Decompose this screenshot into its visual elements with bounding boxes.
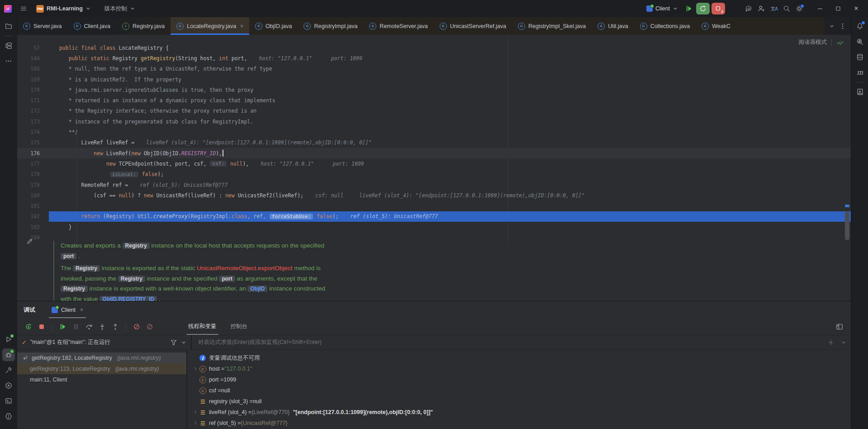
line-number[interactable]: 168	[17, 66, 49, 72]
tab-close-icon[interactable]: ×	[240, 23, 243, 29]
code-line-content[interactable]: LiveRef liveRef =liveRef (slot_4): "[end…	[49, 138, 851, 148]
tab-server-java[interactable]: CServer.java	[17, 17, 68, 35]
code-line-content[interactable]: * instance of the pregenerated stub clas…	[49, 116, 851, 127]
tab-locateregistry-java[interactable]: CLocateRegistry.java×	[171, 17, 249, 35]
code-line-content[interactable]: isLocal: false);	[49, 169, 851, 180]
code-line-180[interactable]: 180 (csf == null) ? new UnicastRef(liveR…	[17, 190, 851, 200]
inspections-ok-icon[interactable]	[836, 39, 844, 46]
project-widget[interactable]: RM RMI-Learning	[33, 3, 95, 14]
line-number[interactable]: 174	[17, 129, 49, 135]
code-line-content[interactable]: return (Registry) Util.createProxy(Regis…	[49, 211, 851, 222]
code-line-content[interactable]: (csf == null) ? new UnicastRef(liveRef) …	[49, 190, 851, 200]
code-line-content[interactable]: public final class LocateRegistry {	[49, 43, 851, 53]
view-breakpoints-button[interactable]	[144, 321, 156, 333]
stop-button[interactable]: 2	[711, 3, 725, 14]
tool-stripe-ai-assistant-button[interactable]	[854, 35, 866, 48]
variable-row-csf[interactable]: pcsf = null	[192, 385, 851, 396]
code-line-169[interactable]: 169 * is a UnicastRef2. If the property	[17, 74, 851, 85]
thread-chevron-down-icon[interactable]	[181, 340, 186, 345]
tool-stripe-terminal-button[interactable]	[2, 395, 15, 407]
code-line-173[interactable]: 173 * instance of the pregenerated stub …	[17, 116, 851, 127]
reader-mode-widget[interactable]: 阅读器模式	[799, 38, 844, 46]
variable-row-port[interactable]: pport = 1099	[192, 374, 851, 385]
add-watch-icon[interactable]	[827, 339, 835, 346]
javadoc-link[interactable]: ObjID	[247, 286, 267, 292]
code-line-content[interactable]: * java.rmi.server.ignoreStubClasses is t…	[49, 85, 851, 95]
tab-collections-java[interactable]: CCollections.java	[634, 17, 696, 35]
resume-program-button[interactable]	[683, 3, 695, 14]
tabs-more-icon[interactable]	[839, 23, 846, 30]
code-line-content[interactable]	[49, 200, 851, 211]
code-line-content[interactable]: * is a UnicastRef2. If the property	[49, 74, 851, 85]
line-number[interactable]: 180	[17, 192, 49, 199]
frame-row-0[interactable]: getRegistry:182, LocateRegistry(java.rmi…	[17, 353, 186, 363]
watch-chevron-down-icon[interactable]	[841, 340, 846, 345]
pause-button[interactable]	[70, 321, 82, 333]
frame-row-1[interactable]: getRegistry:123, LocateRegistry(java.rmi…	[17, 363, 186, 374]
code-line-content[interactable]: RemoteRef ref =ref (slot_5): UnicastRef@…	[49, 180, 851, 190]
tabs-chevron-down-icon[interactable]	[829, 24, 835, 29]
tab-util-java[interactable]: CUtil.java	[592, 17, 634, 35]
step-out-button[interactable]	[109, 321, 121, 333]
code-line-182[interactable]: 182 return (Registry) Util.createProxy(R…	[17, 211, 851, 222]
frame-row-2[interactable]: main:11, Client	[17, 374, 186, 385]
search-button[interactable]	[780, 3, 793, 14]
line-number[interactable]: 182	[17, 213, 49, 219]
code-line-175[interactable]: 175 LiveRef liveRef =liveRef (slot_4): "…	[17, 138, 851, 148]
line-number[interactable]: 171	[17, 97, 49, 104]
javadoc-link[interactable]: ObjID.REGISTRY_ID	[100, 296, 157, 301]
edit-javadoc-pencil-icon[interactable]	[26, 238, 33, 245]
filter-funnel-icon[interactable]	[170, 339, 177, 346]
line-number[interactable]: 181	[17, 203, 49, 209]
code-line-content[interactable]: }	[49, 222, 851, 232]
settings-button[interactable]	[793, 3, 806, 14]
run-configuration-widget[interactable]: Client	[643, 3, 682, 14]
code-line-content[interactable]: new LiveRef(new ObjID(ObjID.REGISTRY_ID)…	[49, 148, 851, 158]
code-line-content[interactable]: * the Registry interface; otherwise the …	[49, 106, 851, 116]
variable-row-liveRef[interactable]: liveRef (slot_4) = {LiveRef@770}"[endpoi…	[192, 407, 851, 418]
mute-breakpoints-button[interactable]	[131, 321, 142, 333]
tool-stripe-documentation-button[interactable]	[854, 86, 866, 98]
session-close-icon[interactable]: ×	[80, 307, 83, 313]
evaluate-expression-field[interactable]: 对表达式求值(Enter)或添加监视(Ctrl+Shift+Enter)	[192, 335, 851, 349]
variable-row-ref[interactable]: ref (slot_5) = {UnicastRef@777}	[192, 418, 851, 429]
tool-stripe-run-button[interactable]	[2, 333, 15, 346]
line-number[interactable]: 179	[17, 182, 49, 188]
code-line-183[interactable]: 183 }	[17, 222, 851, 232]
code-line-57[interactable]: 57 public final class LocateRegistry {	[17, 43, 851, 53]
variable-row-registry[interactable]: registry (slot_3) = null	[192, 396, 851, 407]
tool-stripe-services-button[interactable]	[2, 379, 15, 392]
line-number[interactable]: 175	[17, 139, 49, 146]
ai-chat-button[interactable]	[742, 3, 755, 14]
line-number[interactable]: 170	[17, 87, 49, 93]
tab-client-java[interactable]: CClient.java	[68, 17, 116, 35]
expand-chevron-icon[interactable]	[192, 367, 199, 371]
debug-info-row[interactable]: i变量调试信息不可用	[192, 353, 851, 363]
tool-stripe-more-tools-button[interactable]	[2, 55, 15, 67]
more-vertical-button[interactable]	[157, 321, 169, 333]
code-line-content[interactable]: **/	[49, 127, 851, 137]
line-number[interactable]: 144	[17, 55, 49, 62]
code-line-179[interactable]: 179 RemoteRef ref =ref (slot_5): Unicast…	[17, 180, 851, 190]
close-button[interactable]: ×	[847, 0, 865, 17]
layout-settings-button[interactable]	[834, 321, 845, 333]
editor-scrollbar[interactable]	[845, 211, 849, 240]
code-line-171[interactable]: 171 * returned is an instance of a dynam…	[17, 95, 851, 105]
code-line-181[interactable]: 181	[17, 200, 851, 211]
step-into-button[interactable]	[96, 321, 108, 333]
code-line-172[interactable]: 172 * the Registry interface; otherwise …	[17, 106, 851, 116]
line-number[interactable]: 172	[17, 108, 49, 114]
code-line-174[interactable]: 174 **/	[17, 127, 851, 137]
code-line-170[interactable]: 170 * java.rmi.server.ignoreStubClasses …	[17, 85, 851, 95]
tool-stripe-project-folder-button[interactable]	[2, 20, 15, 33]
code-line-178[interactable]: 178 isLocal: false);	[17, 169, 851, 180]
add-user-button[interactable]	[755, 3, 768, 14]
tab-objid-java[interactable]: CObjID.java	[249, 17, 298, 35]
tab-registryimpl-java[interactable]: CRegistryImpl.java	[298, 17, 363, 35]
tab-registry-java[interactable]: IRegistry.java	[116, 17, 171, 35]
code-line-content[interactable]: public static Registry getRegistry(Strin…	[49, 53, 851, 63]
code-line-content[interactable]: * null, then the ref type is a UnicastRe…	[49, 64, 851, 74]
tool-stripe-structure-button[interactable]	[2, 39, 15, 52]
debug-tab-console[interactable]: 控制台	[224, 318, 254, 335]
tab-weakc[interactable]: CWeakC	[696, 17, 730, 35]
